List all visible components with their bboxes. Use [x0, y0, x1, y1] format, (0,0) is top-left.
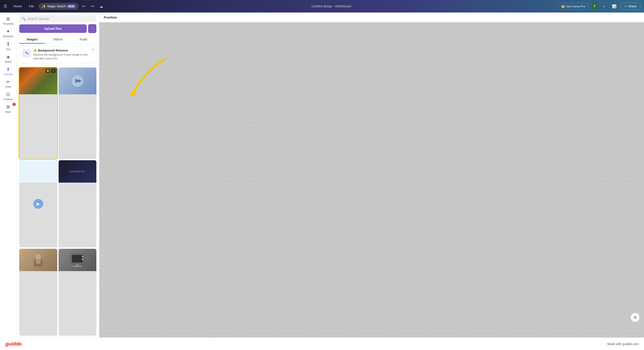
new-badge: NEW	[67, 5, 75, 8]
image-grid: ■ ··· ▶	[16, 66, 99, 175]
undo-button[interactable]: ↩	[80, 2, 87, 10]
magic-switch-button[interactable]: ✨ Magic Switch NEW	[38, 3, 78, 10]
left-sidebar: ⊞ Templates ✦ Elements T Text ◈ Brand ⬆ …	[0, 12, 16, 175]
apps-label: Apps	[5, 110, 11, 113]
redo-button[interactable]: ↪	[89, 2, 96, 10]
promo-content: 👑 Background Remover Remove the backgrou…	[33, 49, 94, 60]
tab-row: Images Videos Audio	[19, 35, 96, 43]
upload-panel: 🔍 Upload files ··· Images Videos Audio 👑…	[16, 12, 99, 175]
cloud-save-icon[interactable]: ☁	[98, 3, 105, 10]
apps-icon: ⊞	[6, 104, 10, 109]
hide-panel-button[interactable]: ‹	[99, 170, 99, 175]
promo-close-button[interactable]: ✕	[92, 48, 94, 51]
text-icon: T	[6, 41, 10, 47]
templates-icon: ⊞	[6, 16, 10, 21]
uploads-label: Uploads	[4, 73, 12, 75]
sidebar-item-apps[interactable]: ⊞ Apps 2	[0, 102, 16, 115]
upload-btn-row: Upload files ···	[19, 24, 96, 33]
upload-more-options-button[interactable]: ···	[88, 24, 96, 33]
brand-label: Brand	[5, 60, 12, 63]
text-label: Text	[6, 48, 10, 50]
draw-label: Draw	[5, 85, 11, 88]
video-thumb-2: perimeter 81	[58, 160, 96, 175]
home-nav[interactable]: Home	[11, 3, 24, 9]
sidebar-item-elements[interactable]: ✦ Elements	[0, 27, 16, 39]
image-thumb-arrow[interactable]	[58, 67, 96, 159]
sidebar-item-templates[interactable]: ⊞ Templates	[0, 14, 16, 27]
promo-icon	[22, 49, 31, 58]
tab-audio[interactable]: Audio	[71, 35, 96, 43]
tab-videos[interactable]: Videos	[45, 35, 71, 43]
promo-desc: Remove the background of your image in o…	[33, 53, 94, 60]
search-bar: 🔍	[19, 15, 96, 22]
video-thumb-1: ▶	[19, 160, 57, 175]
projects-label: Projects	[4, 98, 13, 101]
position-title: Position	[104, 15, 117, 19]
promo-title: 👑 Background Remover	[33, 49, 94, 52]
thumb-options: ■ ···	[46, 69, 56, 73]
svg-point-3	[26, 51, 27, 53]
notification-badge: 2	[12, 103, 16, 106]
image-thumb-forest[interactable]: ■ ···	[19, 67, 57, 159]
play-overlay: ▶	[19, 160, 57, 175]
upload-files-button[interactable]: Upload files	[19, 24, 87, 33]
position-panel-header: Position	[99, 12, 322, 22]
bg-remover-promo: 👑 Background Remover Remove the backgrou…	[19, 46, 96, 63]
search-icon: 🔍	[22, 17, 26, 20]
sidebar-item-projects[interactable]: ⊡ Projects	[0, 90, 16, 102]
elements-icon: ✦	[6, 29, 10, 34]
brand-icon: ◈	[6, 54, 10, 59]
uploads-icon: ⬆	[6, 67, 10, 72]
crown-icon: 👑	[33, 49, 37, 52]
canvas-area[interactable]: Position ⊕	[99, 12, 322, 175]
image-thumb-video1[interactable]: ▶	[19, 160, 57, 175]
sidebar-item-brand[interactable]: ◈ Brand	[0, 52, 16, 65]
sidebar-item-uploads[interactable]: ⬆ Uploads	[0, 65, 16, 77]
arrow-circle-image	[58, 67, 96, 94]
draw-icon: ✏	[6, 79, 10, 84]
canvas-dotted[interactable]	[99, 22, 322, 175]
sidebar-item-draw[interactable]: ✏ Draw	[0, 77, 16, 90]
svg-point-2	[27, 53, 28, 54]
top-navbar: ☰ Home File ✨ Magic Switch NEW ↩ ↪ ☁ Unt…	[0, 0, 322, 12]
search-input[interactable]	[28, 17, 94, 20]
document-title[interactable]: Untitled design - Whiteboard	[312, 4, 322, 8]
file-nav[interactable]: File	[26, 3, 37, 9]
templates-label: Templates	[2, 22, 14, 25]
magic-icon: ✨	[42, 4, 46, 8]
hamburger-icon[interactable]: ☰	[4, 4, 7, 9]
thumb-more[interactable]: ···	[51, 69, 56, 73]
tab-images[interactable]: Images	[19, 35, 45, 43]
elements-label: Elements	[3, 35, 14, 37]
projects-icon: ⊡	[6, 92, 10, 97]
magic-switch-label: Magic Switch	[48, 4, 66, 8]
image-thumb-video2[interactable]: perimeter 81	[58, 160, 96, 175]
sidebar-item-text[interactable]: T Text	[0, 39, 16, 52]
thumb-check: ■	[46, 69, 50, 73]
